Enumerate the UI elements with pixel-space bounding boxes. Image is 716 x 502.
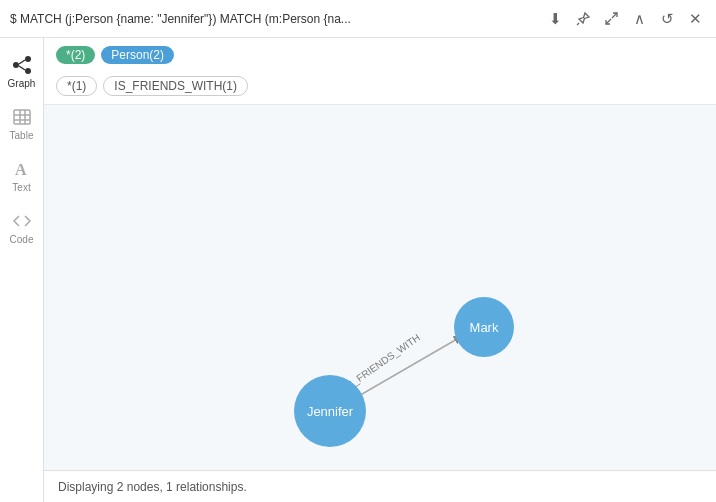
query-text: $ MATCH (j:Person {name: "Jennifer"}) MA… — [10, 12, 544, 26]
svg-line-0 — [577, 23, 579, 25]
svg-line-6 — [19, 60, 25, 64]
nodes-count-tag[interactable]: *(2) — [56, 46, 95, 64]
graph-canvas[interactable]: IS_FRIENDS_WITH Jennifer Mark — [44, 105, 716, 470]
top-bar-icons: ⬇ ∧ ↺ ✕ — [544, 8, 706, 30]
tags-bar: *(2) Person(2) *(1) IS_FRIENDS_WITH(1) — [44, 38, 716, 105]
status-text: Displaying 2 nodes, 1 relationships. — [58, 480, 247, 494]
person-label-tag[interactable]: Person(2) — [101, 46, 174, 64]
sidebar-item-text[interactable]: A Text — [0, 150, 44, 202]
text-icon: A — [12, 159, 32, 179]
sidebar-item-table[interactable]: Table — [0, 98, 44, 150]
node-jennifer[interactable]: Jennifer — [294, 375, 366, 447]
main-container: Graph Table A Text — [0, 38, 716, 502]
chevron-up-icon[interactable]: ∧ — [628, 8, 650, 30]
svg-rect-8 — [14, 110, 30, 124]
close-icon[interactable]: ✕ — [684, 8, 706, 30]
sidebar: Graph Table A Text — [0, 38, 44, 502]
sidebar-item-graph[interactable]: Graph — [0, 46, 44, 98]
status-bar: Displaying 2 nodes, 1 relationships. — [44, 470, 716, 502]
top-bar: $ MATCH (j:Person {name: "Jennifer"}) MA… — [0, 0, 716, 38]
code-icon — [12, 211, 32, 231]
svg-point-5 — [25, 68, 31, 74]
svg-text:A: A — [15, 161, 27, 178]
expand-icon[interactable] — [600, 8, 622, 30]
graph-edges-svg: IS_FRIENDS_WITH — [44, 105, 716, 470]
table-icon — [12, 107, 32, 127]
svg-point-4 — [25, 56, 31, 62]
pin-icon[interactable] — [572, 8, 594, 30]
code-label: Code — [10, 234, 34, 245]
refresh-icon[interactable]: ↺ — [656, 8, 678, 30]
rels-count-tag[interactable]: *(1) — [56, 76, 97, 96]
graph-icon — [12, 55, 32, 75]
svg-point-3 — [13, 62, 19, 68]
svg-line-2 — [606, 19, 611, 24]
node-mark[interactable]: Mark — [454, 297, 514, 357]
svg-line-1 — [612, 13, 617, 18]
content-area: *(2) Person(2) *(1) IS_FRIENDS_WITH(1) — [44, 38, 716, 502]
svg-line-7 — [19, 66, 25, 70]
table-label: Table — [10, 130, 34, 141]
download-icon[interactable]: ⬇ — [544, 8, 566, 30]
graph-label: Graph — [8, 78, 36, 89]
rel-type-tag[interactable]: IS_FRIENDS_WITH(1) — [103, 76, 248, 96]
text-label: Text — [12, 182, 30, 193]
sidebar-item-code[interactable]: Code — [0, 202, 44, 254]
